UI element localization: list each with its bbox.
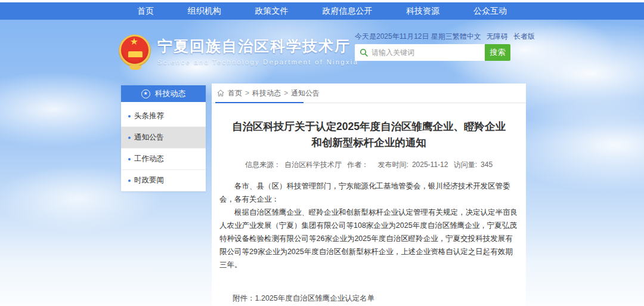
paragraph: 各市、县（区）科技管理部门，宁东能源化工基地管委会，银川经济技术开发区管委会，各… bbox=[219, 180, 518, 206]
meta-source-label: 信息来源： bbox=[245, 160, 281, 169]
sidebar-item-work-trends[interactable]: 工作动态 bbox=[121, 149, 206, 170]
sidebar-item-label: 时政要闻 bbox=[134, 176, 164, 184]
brand-text: 宁夏回族自治区科学技术厅 Science and Technology Depa… bbox=[157, 33, 358, 66]
nav-item-organization[interactable]: 组织机构 bbox=[184, 2, 225, 20]
header-utility-row: 今天是2025年11月12日 星期三 繁體中文 无障碍 长者版 bbox=[355, 32, 522, 42]
sidebar-item-current-politics[interactable]: 时政要闻 bbox=[121, 170, 206, 191]
sidebar: ★ 科技动态 头条推荐 通知公告 工作动态 时政要闻 bbox=[121, 85, 206, 191]
search-button[interactable]: 搜索 bbox=[485, 44, 510, 61]
nav-item-public-interaction[interactable]: 公众互动 bbox=[470, 2, 510, 20]
article-title: 自治区科技厅关于认定2025年度自治区雏鹰企业、瞪羚企业和创新型标杆企业的通知 bbox=[229, 119, 509, 151]
attachment-link-1[interactable]: 1.2025年度自治区雏鹰企业认定名单 bbox=[255, 292, 397, 305]
breadcrumb-home[interactable]: 首页 bbox=[228, 84, 242, 103]
nav-item-home[interactable]: 首页 bbox=[134, 2, 157, 20]
link-elderly-version[interactable]: 长者版 bbox=[513, 32, 535, 42]
search-icon bbox=[360, 48, 368, 57]
bullet-dot-icon bbox=[128, 115, 131, 118]
home-icon bbox=[217, 89, 224, 97]
page: 首页 组织机构 政策文件 政府信息公开 科技资源 公众互动 ★ 宁夏回族自治区科… bbox=[0, 0, 644, 306]
nav-item-policy[interactable]: 政策文件 bbox=[252, 2, 292, 20]
meta-time: 2025-11-12 bbox=[412, 160, 448, 169]
site-title: 宁夏回族自治区科学技术厅 bbox=[157, 37, 358, 55]
attachments-label: 附件： bbox=[233, 292, 255, 306]
star-circle-icon: ★ bbox=[141, 89, 150, 98]
sidebar-item-headlines[interactable]: 头条推荐 bbox=[121, 106, 206, 127]
sidebar-header: ★ 科技动态 bbox=[121, 85, 206, 102]
breadcrumb: 首页 > 科技动态 > 通知公告 bbox=[212, 84, 526, 103]
breadcrumb-notices[interactable]: 通知公告 bbox=[291, 84, 320, 103]
meta-source: 自治区科学技术厅 bbox=[284, 160, 342, 169]
paragraph: 根据自治区雏鹰企业、瞪羚企业和创新型标杆企业认定管理有关规定，决定认定半亩良人农… bbox=[219, 206, 518, 271]
nav-item-sci-resources[interactable]: 科技资源 bbox=[402, 2, 443, 20]
sidebar-item-label: 工作动态 bbox=[134, 154, 164, 163]
breadcrumb-scitech-news[interactable]: 科技动态 bbox=[252, 84, 281, 103]
site-brand: ★ 宁夏回族自治区科学技术厅 Science and Technology De… bbox=[119, 33, 358, 73]
emblem-gate-shape bbox=[128, 51, 143, 57]
link-accessibility[interactable]: 无障碍 bbox=[487, 32, 508, 42]
attachments-list: 1.2025年度自治区雏鹰企业认定名单 2.2025年度自治区瞪羚企业认定名单 … bbox=[255, 292, 397, 306]
emblem-ribbon-shape bbox=[129, 66, 141, 70]
bullet-dot-icon bbox=[128, 137, 131, 139]
site-subtitle: Science and Technology Department of Nin… bbox=[157, 58, 358, 66]
sidebar-item-notices[interactable]: 通知公告 bbox=[121, 127, 206, 149]
sidebar-item-label: 通知公告 bbox=[134, 133, 164, 141]
link-traditional-chinese[interactable]: 繁體中文 bbox=[453, 32, 481, 42]
meta-author-label: 作者： bbox=[347, 160, 369, 169]
meta-visits: 345 bbox=[481, 160, 493, 169]
search-box bbox=[355, 44, 485, 61]
quick-links: 繁體中文 无障碍 长者版 bbox=[453, 32, 535, 42]
breadcrumb-accent-line bbox=[215, 102, 304, 103]
meta-time-label: 发布时间: bbox=[378, 160, 408, 169]
nav-menu: 首页 组织机构 政策文件 政府信息公开 科技资源 公众互动 bbox=[134, 2, 510, 20]
article-meta: 信息来源：自治区科学技术厅 作者： 发布时间:2025-11-12 访问量:34… bbox=[212, 160, 526, 170]
attachments: 附件： 1.2025年度自治区雏鹰企业认定名单 2.2025年度自治区瞪羚企业认… bbox=[233, 292, 526, 306]
sidebar-title: 科技动态 bbox=[155, 88, 186, 99]
breadcrumb-separator: > bbox=[284, 84, 288, 103]
breadcrumb-separator: > bbox=[245, 84, 249, 103]
bullet-dot-icon bbox=[128, 158, 131, 160]
emblem-star-icon: ★ bbox=[119, 37, 150, 47]
national-emblem-icon: ★ bbox=[119, 33, 152, 73]
meta-visits-label: 访问量: bbox=[454, 160, 477, 169]
main-content: 首页 > 科技动态 > 通知公告 自治区科技厅关于认定2025年度自治区雏鹰企业… bbox=[212, 84, 526, 306]
nav-item-gov-info[interactable]: 政府信息公开 bbox=[318, 2, 376, 20]
sidebar-item-label: 头条推荐 bbox=[134, 112, 164, 120]
sidebar-list: 头条推荐 通知公告 工作动态 时政要闻 bbox=[121, 102, 206, 191]
bullet-dot-icon bbox=[128, 180, 131, 182]
search-input[interactable] bbox=[371, 45, 485, 60]
article-body: 各市、县（区）科技管理部门，宁东能源化工基地管委会，银川经济技术开发区管委会，各… bbox=[212, 180, 526, 271]
current-date: 今天是2025年11月12日 星期三 bbox=[355, 32, 453, 42]
top-navbar: 首页 组织机构 政策文件 政府信息公开 科技资源 公众互动 bbox=[0, 2, 644, 20]
